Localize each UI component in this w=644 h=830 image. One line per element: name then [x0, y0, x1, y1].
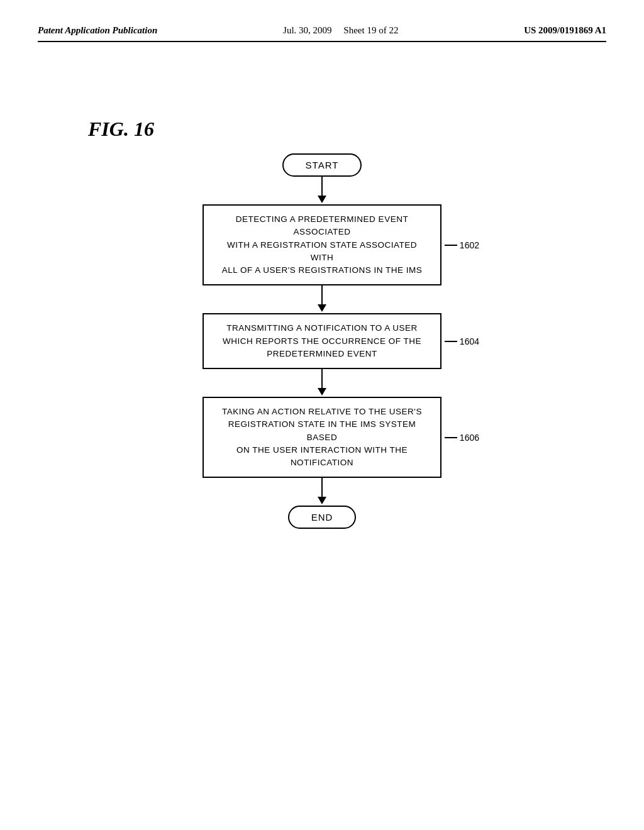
arrow-1: [318, 177, 326, 204]
figure-area: FIG. 16 START DETECTING A PREDETERMINED …: [38, 118, 606, 529]
sheet-label: Sheet 19 of 22: [343, 25, 398, 35]
arrow-2: [318, 285, 326, 313]
step-1604-box: TRANSMITTING A NOTIFICATION TO A USERWHI…: [203, 313, 441, 369]
step-1602-box: DETECTING A PREDETERMINED EVENT ASSOCIAT…: [203, 204, 441, 285]
figure-label: FIG. 16: [88, 118, 154, 141]
flowchart: START DETECTING A PREDETERMINED EVENT AS…: [165, 153, 479, 529]
step-1606-row: TAKING AN ACTION RELATIVE TO THE USER'SR…: [165, 397, 479, 478]
arrow-4: [318, 478, 326, 506]
step-1604-row: TRANSMITTING A NOTIFICATION TO A USERWHI…: [165, 313, 479, 369]
patent-number-label: US 2009/0191869 A1: [524, 25, 606, 36]
start-node: START: [282, 153, 362, 177]
publication-label: Patent Application Publication: [38, 25, 157, 36]
step-1606-box: TAKING AN ACTION RELATIVE TO THE USER'SR…: [203, 397, 441, 478]
date-label: Jul. 30, 2009: [283, 25, 332, 35]
step-1602-label: 1602: [445, 240, 479, 250]
arrow-3: [318, 369, 326, 397]
date-sheet-label: Jul. 30, 2009 Sheet 19 of 22: [283, 25, 398, 36]
page-header: Patent Application Publication Jul. 30, …: [38, 25, 606, 42]
step-1604-label: 1604: [445, 336, 479, 346]
end-node: END: [288, 506, 357, 529]
step-1606-label: 1606: [445, 433, 479, 443]
step-1602-row: DETECTING A PREDETERMINED EVENT ASSOCIAT…: [165, 204, 479, 285]
patent-page: Patent Application Publication Jul. 30, …: [0, 0, 644, 830]
